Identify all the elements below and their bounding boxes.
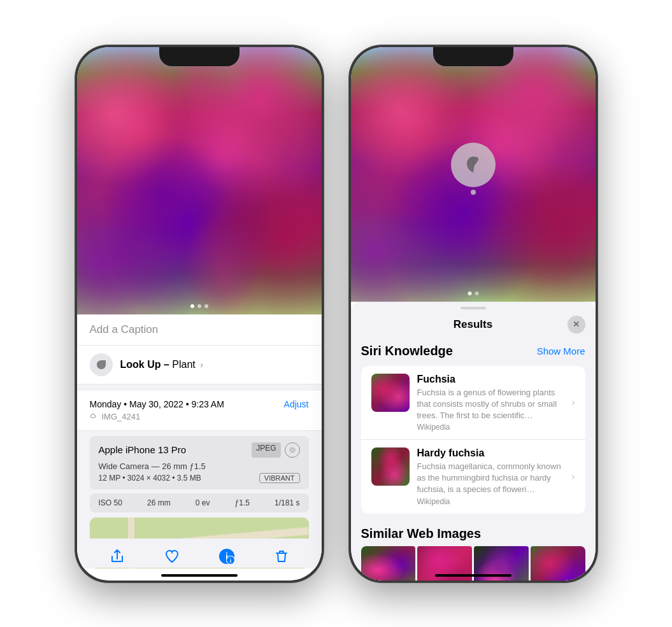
resolution-label: 12 MP • 3024 × 4032 • 3.5 MB [99, 474, 201, 483]
hardy-text: Hardy fuchsia Fuchsia magellanica, commo… [417, 447, 564, 506]
fuchsia-desc: Fuchsia is a genus of flowering plants t… [417, 387, 564, 422]
lookup-chevron-icon: › [200, 360, 203, 370]
home-indicator-right [435, 574, 511, 577]
show-more-button[interactable]: Show More [537, 346, 585, 356]
flower-overlay [77, 47, 322, 314]
meta-location: IMG_4241 [90, 412, 309, 421]
similar-section-title: Similar Web Images [351, 519, 596, 546]
close-button[interactable]: ✕ [568, 316, 585, 334]
caption-placeholder[interactable]: Add a Caption [90, 323, 159, 335]
camera-specs: 12 MP • 3024 × 4032 • 3.5 MB VIBRANT [99, 473, 300, 483]
vibrant-badge: VIBRANT [259, 473, 300, 483]
ev-value: 0 ev [196, 498, 210, 507]
page-indicator [190, 304, 208, 308]
lookup-label[interactable]: Look Up – Plant › [120, 359, 203, 370]
svg-point-1 [289, 447, 295, 453]
focal-length-value: 26 mm [147, 498, 171, 507]
section-title: Siri Knowledge [361, 344, 453, 358]
notch [159, 47, 239, 66]
gear-icon [289, 446, 296, 454]
hardy-source: Wikipedia [417, 497, 564, 506]
info-icon: i i [218, 547, 236, 565]
lookup-bold: Look Up – [120, 359, 169, 370]
power-button [322, 159, 324, 197]
volume-up-right [349, 168, 350, 187]
siri-bubble[interactable] [451, 143, 496, 187]
power-button-right [596, 159, 597, 197]
share-icon [110, 549, 125, 564]
lookup-row[interactable]: Look Up – Plant › [77, 346, 322, 384]
info-area[interactable]: Add a Caption Look Up – Plant › [77, 314, 322, 568]
section-header-row: Siri Knowledge Show More [351, 339, 596, 361]
trash-icon [274, 549, 289, 564]
similar-images-section: Similar Web Images [351, 519, 596, 581]
chevron-right-icon-2: › [571, 471, 575, 483]
notch-right [433, 47, 513, 66]
home-indicator [161, 574, 238, 577]
toolbar: i i [77, 539, 322, 568]
hardy-name: Hardy fuchsia [417, 447, 564, 459]
svg-point-0 [290, 448, 294, 451]
lens-info: Wide Camera — 26 mm ƒ1.5 [99, 461, 300, 471]
page-indicator-right [468, 292, 478, 295]
share-button[interactable] [106, 545, 129, 568]
iso-value: ISO 50 [99, 498, 122, 507]
lookup-icon-wrap [90, 353, 113, 376]
hardy-thumbnail [371, 447, 410, 486]
photo-area[interactable] [77, 47, 322, 314]
chevron-right-icon: › [571, 397, 575, 408]
volume-down-button [75, 195, 76, 214]
delete-button[interactable] [270, 545, 293, 568]
camera-section: Apple iPhone 13 Pro JPEG Wide Camera — 2… [90, 436, 309, 490]
meta-date-row: Monday • May 30, 2022 • 9:23 AM Adjust [90, 399, 309, 409]
lookup-subject: Plant [172, 359, 195, 370]
silent-switch-right [349, 141, 350, 157]
camera-header: Apple iPhone 13 Pro JPEG [99, 442, 300, 458]
meta-section: Monday • May 30, 2022 • 9:23 AM Adjust I… [77, 390, 322, 431]
sheet-title: Results [379, 318, 568, 331]
knowledge-item-hardy[interactable]: Hardy fuchsia Fuchsia magellanica, commo… [361, 440, 585, 514]
knowledge-card: Fuchsia Fuchsia is a genus of flowering … [361, 366, 585, 514]
right-phone-screen: Results ✕ Siri Knowledge Show More Fuchs… [351, 47, 596, 581]
siri-dot [471, 190, 476, 195]
aperture-value: ƒ1.5 [235, 498, 250, 507]
adjust-button[interactable]: Adjust [284, 399, 309, 409]
volume-down-right [349, 195, 350, 214]
sheet-header: Results ✕ [351, 309, 596, 339]
right-photo-area[interactable] [351, 47, 596, 302]
info-button[interactable]: i i [215, 545, 238, 568]
volume-up-button [75, 168, 76, 187]
jpeg-badge: JPEG [252, 442, 280, 458]
hardy-desc: Fuchsia magellanica, commonly known as t… [417, 461, 564, 496]
siri-knowledge-section: Siri Knowledge Show More Fuchsia Fuchsia… [351, 339, 596, 514]
exif-row: ISO 50 26 mm 0 ev ƒ1.5 1/181 s [90, 493, 309, 512]
fuchsia-name: Fuchsia [417, 374, 564, 385]
silent-switch [75, 141, 76, 157]
camera-model: Apple iPhone 13 Pro [99, 444, 187, 455]
filename-label: IMG_4241 [102, 412, 141, 421]
left-phone: Add a Caption Look Up – Plant › [75, 45, 324, 582]
right-phone: Results ✕ Siri Knowledge Show More Fuchs… [349, 45, 597, 582]
cloud-icon [90, 412, 99, 421]
results-sheet[interactable]: Results ✕ Siri Knowledge Show More Fuchs… [351, 302, 596, 581]
fuchsia-text: Fuchsia Fuchsia is a genus of flowering … [417, 374, 564, 432]
camera-settings-icon[interactable] [285, 442, 300, 458]
heart-icon [164, 549, 180, 564]
knowledge-item-fuchsia[interactable]: Fuchsia Fuchsia is a genus of flowering … [361, 366, 585, 440]
similar-image-4[interactable] [531, 546, 585, 581]
similar-image-1[interactable] [361, 546, 416, 581]
leaf-icon [95, 358, 108, 371]
siri-leaf-icon [462, 153, 485, 176]
meta-date: Monday • May 30, 2022 • 9:23 AM [90, 399, 224, 409]
left-phone-screen: Add a Caption Look Up – Plant › [77, 47, 322, 581]
svg-text:i: i [229, 558, 231, 564]
shutter-value: 1/181 s [275, 498, 299, 507]
caption-row[interactable]: Add a Caption [77, 314, 322, 346]
favorite-button[interactable] [161, 545, 183, 568]
fuchsia-source: Wikipedia [417, 423, 564, 432]
camera-badges: JPEG [252, 442, 299, 458]
fuchsia-thumbnail [371, 374, 410, 412]
